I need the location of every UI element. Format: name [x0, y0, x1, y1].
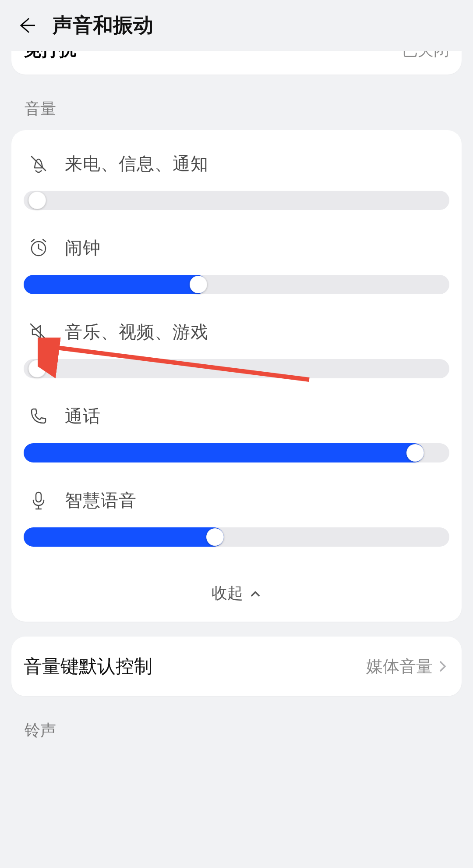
volume-header-voice: 智慧语音: [24, 488, 449, 512]
volume-label-alarm: 闹钟: [65, 236, 101, 260]
back-arrow-icon: [16, 15, 37, 36]
volume-key-control-value: 媒体音量: [366, 655, 433, 678]
volume-label-media: 音乐、视频、游戏: [65, 320, 208, 344]
volume-label-voice: 智慧语音: [65, 488, 137, 512]
section-label-ringtone: 铃声: [0, 696, 473, 752]
volume-key-control-title: 音量键默认控制: [24, 654, 152, 679]
volume-group-media: 音乐、视频、游戏: [24, 320, 449, 378]
volume-header-ring: 来电、信息、通知: [24, 151, 449, 176]
volume-group-voice: 智慧语音: [24, 488, 449, 547]
back-button[interactable]: [12, 11, 40, 39]
volume-card: 来电、信息、通知 闹钟 音乐、视频、游戏: [11, 130, 462, 622]
section-label-volume: 音量: [0, 75, 473, 130]
slider-alarm[interactable]: [24, 275, 449, 294]
dnd-row-partial[interactable]: 免打扰 已关闭: [11, 51, 462, 75]
slider-thumb[interactable]: [28, 192, 46, 209]
slider-thumb[interactable]: [28, 360, 46, 377]
slider-media[interactable]: [24, 359, 449, 378]
page-title: 声音和振动: [53, 12, 153, 39]
slider-thumb[interactable]: [406, 444, 424, 462]
slider-call[interactable]: [24, 443, 449, 462]
speaker-mute-icon: [26, 320, 51, 344]
volume-header-alarm: 闹钟: [24, 235, 449, 260]
chevron-up-icon: [249, 587, 261, 600]
volume-key-control-row[interactable]: 音量键默认控制 媒体音量: [11, 637, 462, 696]
slider-thumb[interactable]: [190, 276, 207, 293]
volume-header-media: 音乐、视频、游戏: [24, 320, 449, 344]
collapse-button[interactable]: 收起: [24, 572, 449, 613]
phone-icon: [26, 404, 51, 428]
alarm-clock-icon: [26, 235, 51, 260]
svg-rect-1: [36, 492, 41, 502]
volume-label-call: 通话: [65, 404, 101, 428]
volume-header-call: 通话: [24, 404, 449, 428]
collapse-label: 收起: [212, 583, 243, 604]
dnd-value: 已关闭: [402, 51, 449, 61]
volume-label-ring: 来电、信息、通知: [65, 152, 208, 176]
bell-off-icon: [26, 151, 51, 176]
microphone-icon: [26, 488, 51, 512]
chevron-right-icon: [436, 660, 449, 673]
volume-group-call: 通话: [24, 404, 449, 462]
dnd-label: 免打扰: [24, 51, 76, 62]
app-header: 声音和振动: [0, 0, 473, 51]
volume-group-alarm: 闹钟: [24, 235, 449, 294]
slider-ring[interactable]: [24, 191, 449, 210]
volume-group-ring: 来电、信息、通知: [24, 151, 449, 210]
row-right: 媒体音量: [366, 655, 449, 678]
slider-thumb[interactable]: [206, 528, 224, 546]
slider-voice[interactable]: [24, 527, 449, 547]
